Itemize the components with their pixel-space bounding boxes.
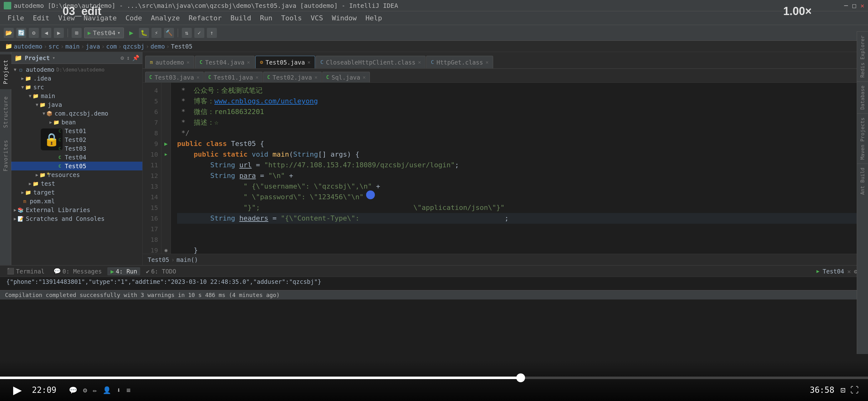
breakpoint-19[interactable]: ◉ bbox=[164, 247, 168, 254]
run-close-btn[interactable]: ✕ bbox=[847, 268, 851, 275]
minimize-btn[interactable]: ─ bbox=[844, 2, 848, 9]
tree-autodemo[interactable]: ▼ ◻ autodemo D:\demo\autodemo bbox=[11, 65, 143, 74]
config-btn[interactable]: ⚙ bbox=[29, 28, 39, 38]
sync-btn[interactable]: 🔄 bbox=[16, 28, 26, 38]
tab2-sql-close[interactable]: ✕ bbox=[363, 74, 366, 80]
tab2-test01[interactable]: C Test01.java ✕ bbox=[204, 72, 263, 82]
run-config-dropdown[interactable]: ▶ Test04 ▾ bbox=[84, 28, 124, 38]
tab2-test03-close[interactable]: ✕ bbox=[196, 74, 199, 80]
redis-explorer-panel[interactable]: Redis Explorer bbox=[857, 31, 868, 82]
edit-btn[interactable]: ✏ bbox=[93, 386, 97, 394]
tab-httpget[interactable]: C HttpGet.class ✕ bbox=[426, 56, 493, 68]
tab2-test03[interactable]: C Test03.java ✕ bbox=[145, 72, 204, 82]
tab-closeable-http[interactable]: C CloseableHttpClient.class ✕ bbox=[316, 56, 426, 68]
menu-vcs[interactable]: VCS bbox=[306, 13, 328, 23]
tab-autodemo-close[interactable]: ✕ bbox=[186, 59, 190, 65]
ant-build-panel[interactable]: Ant Build bbox=[857, 164, 868, 199]
tree-target[interactable]: ▶ 📁 target bbox=[11, 188, 143, 197]
bc-demo[interactable]: demo bbox=[151, 43, 165, 50]
toggle-btn[interactable]: ⊞ bbox=[72, 28, 82, 38]
bc-java[interactable]: java bbox=[86, 43, 100, 50]
database-panel[interactable]: Database bbox=[857, 82, 868, 113]
run-arrow-10[interactable]: ▶ bbox=[164, 151, 167, 158]
tree-bean[interactable]: ▶ 📁 bean bbox=[11, 118, 143, 126]
menu-edit[interactable]: Edit bbox=[29, 13, 54, 23]
bc-src[interactable]: src bbox=[49, 43, 59, 50]
tree-test04[interactable]: C Test04 bbox=[11, 153, 143, 162]
project-expand-icon[interactable]: ↕ bbox=[126, 55, 130, 61]
tree-test05[interactable]: C Test05 bbox=[11, 162, 143, 170]
tab-closeable-http-close[interactable]: ✕ bbox=[418, 59, 421, 65]
play-pause-btn[interactable]: ▶ bbox=[9, 382, 26, 398]
code-editor[interactable]: 4 5 6 7 8 9 10 11 12 13 14 15 16 17 18 1… bbox=[143, 83, 868, 254]
build-btn[interactable]: 🔨 bbox=[164, 28, 174, 38]
coverage-btn[interactable]: ⚡ bbox=[151, 28, 161, 38]
tree-ext-libs[interactable]: ▶ 📚 External Libraries bbox=[11, 205, 143, 214]
tab-test04-close[interactable]: ✕ bbox=[247, 59, 250, 65]
download-btn[interactable]: ⬇ bbox=[117, 386, 121, 394]
bc-com[interactable]: com bbox=[106, 43, 117, 50]
pip-btn[interactable]: ⊡ bbox=[840, 385, 845, 395]
tree-test[interactable]: ▶ 📁 test bbox=[11, 179, 143, 188]
menu-run[interactable]: Run bbox=[256, 13, 277, 23]
menu-file[interactable]: File bbox=[3, 13, 29, 23]
menu-code[interactable]: Code bbox=[121, 13, 147, 23]
menu-build[interactable]: Build bbox=[226, 13, 256, 23]
tree-src[interactable]: ▼ 📁 src bbox=[11, 83, 143, 91]
terminal-tab[interactable]: ⬛ Terminal bbox=[4, 267, 48, 276]
more-btn[interactable]: ≡ bbox=[126, 386, 130, 394]
code-content[interactable]: * 公众号：全栈测试笔记 * 博客：www.cnblogs.com/uncley… bbox=[171, 83, 862, 254]
tree-test01[interactable]: C Test01 bbox=[11, 126, 143, 135]
update-btn[interactable]: ⇅ bbox=[182, 28, 192, 38]
tree-main[interactable]: ▼ 📁 main bbox=[11, 91, 143, 100]
tree-pom[interactable]: m pom.xml bbox=[11, 197, 143, 205]
tree-idea[interactable]: ▶ 📁 .idea bbox=[11, 74, 143, 83]
tree-java[interactable]: ▼ 📁 java bbox=[11, 100, 143, 109]
bc-main[interactable]: main bbox=[65, 43, 80, 50]
tab2-test01-close[interactable]: ✕ bbox=[255, 74, 258, 80]
progress-bar-track[interactable] bbox=[0, 377, 868, 379]
run-arrow-9[interactable]: ▶ bbox=[164, 139, 168, 148]
maximize-btn[interactable]: □ bbox=[852, 2, 856, 9]
project-pin-icon[interactable]: 📌 bbox=[132, 55, 139, 61]
tree-com-qzcsbj-demo[interactable]: ▼ 📦 com.qzcsbj.demo bbox=[11, 109, 143, 118]
bc-qzcsbj[interactable]: qzcsbj bbox=[123, 43, 145, 50]
menu-window[interactable]: Window bbox=[328, 13, 361, 23]
tab2-test02-close[interactable]: ✕ bbox=[314, 74, 318, 80]
maven-projects-panel[interactable]: Maven Projects bbox=[857, 113, 868, 164]
tree-test03[interactable]: C Test03 bbox=[11, 144, 143, 153]
progress-thumb[interactable] bbox=[516, 373, 525, 382]
barrage-btn[interactable]: 💬 bbox=[69, 386, 77, 394]
menu-refactor[interactable]: Refactor bbox=[184, 13, 226, 23]
close-btn[interactable]: ✕ bbox=[861, 2, 864, 9]
share-btn[interactable]: 👤 bbox=[103, 386, 111, 394]
menu-analyze[interactable]: Analyze bbox=[147, 13, 184, 23]
run-btn[interactable]: ▶ bbox=[126, 28, 136, 38]
project-settings-icon[interactable]: ⚙ bbox=[121, 55, 124, 61]
menu-tools[interactable]: Tools bbox=[277, 13, 306, 23]
tab-httpget-close[interactable]: ✕ bbox=[486, 59, 489, 65]
commit-btn[interactable]: ✓ bbox=[194, 28, 204, 38]
messages-tab[interactable]: 💬 0: Messages bbox=[51, 267, 105, 276]
tree-scratches[interactable]: ▶ 📝 Scratches and Consoles bbox=[11, 214, 143, 223]
menu-help[interactable]: Help bbox=[361, 13, 386, 23]
settings2-btn[interactable]: ⚙ bbox=[83, 386, 87, 394]
tab2-test02[interactable]: C Test02.java ✕ bbox=[263, 72, 322, 82]
favorites-tab-side[interactable]: Favorites bbox=[0, 135, 11, 176]
back-btn[interactable]: ◀ bbox=[41, 28, 51, 38]
structure-tab-side[interactable]: Structure bbox=[0, 91, 11, 133]
bc-test05[interactable]: Test05 bbox=[171, 43, 192, 50]
fullscreen-btn[interactable]: ⛶ bbox=[850, 385, 859, 395]
tree-resources[interactable]: ▶ 📁 resources bbox=[11, 170, 143, 179]
tree-test02[interactable]: C Test02 bbox=[11, 135, 143, 144]
project-dropdown-arrow[interactable]: ▾ bbox=[52, 55, 55, 61]
open-file-btn[interactable]: 📂 bbox=[4, 28, 14, 38]
project-tab[interactable]: Project bbox=[0, 55, 11, 89]
push-btn[interactable]: ↑ bbox=[207, 28, 217, 38]
tab-autodemo[interactable]: m autodemo ✕ bbox=[145, 56, 194, 68]
tab2-sql[interactable]: C Sql.java ✕ bbox=[322, 72, 370, 82]
forward-btn[interactable]: ▶ bbox=[54, 28, 64, 38]
tab-test04[interactable]: C Test04.java ✕ bbox=[195, 56, 255, 68]
todo-tab[interactable]: ✔ 6: TODO bbox=[143, 267, 179, 276]
run-tab[interactable]: ▶ 4: Run bbox=[107, 267, 140, 276]
